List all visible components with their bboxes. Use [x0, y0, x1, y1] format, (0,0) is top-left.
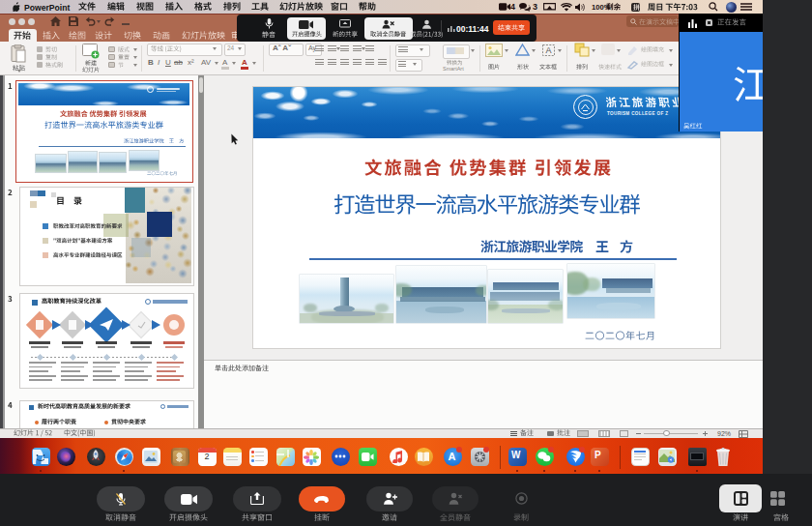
svg-text:A: A	[545, 45, 551, 55]
